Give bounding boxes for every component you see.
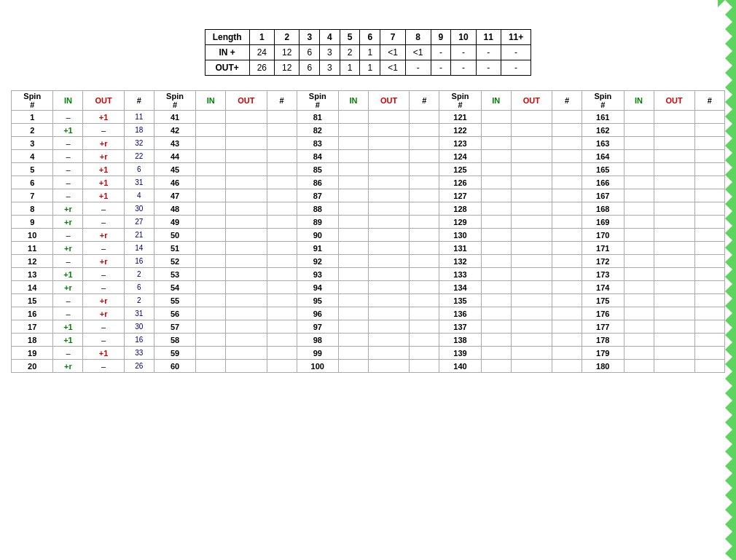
spin-cell (368, 150, 409, 163)
spin-cell (368, 216, 409, 229)
spin-cell: 137 (439, 320, 481, 334)
spin-cell (552, 242, 582, 255)
spin-cell (654, 202, 694, 216)
spin-cell: – (83, 320, 124, 334)
th-spin1: Spin# (12, 91, 53, 111)
spin-cell (694, 176, 724, 189)
spin-cell: 173 (582, 268, 624, 281)
spin-cell (226, 163, 267, 176)
spin-cell (624, 360, 654, 373)
spin-cell: +r (53, 242, 83, 255)
summary-cell: - (431, 60, 451, 76)
summary-cell: <1 (405, 45, 431, 60)
spin-cell (511, 124, 552, 137)
spin-cell (267, 163, 297, 176)
spin-cell (196, 242, 226, 255)
spin-cell (339, 150, 369, 163)
spin-cell (694, 124, 724, 137)
spin-cell (226, 124, 267, 137)
spin-cell (339, 294, 369, 307)
spin-cell: +1 (83, 163, 124, 176)
spin-cell (654, 163, 694, 176)
spin-cell: 99 (297, 347, 338, 360)
spin-table-wrapper: Spin# IN OUT # Spin# IN OUT # Spin# IN O… (11, 90, 725, 373)
spin-cell: – (83, 216, 124, 229)
spin-cell (267, 294, 297, 307)
spin-cell (267, 216, 297, 229)
spin-cell (267, 347, 297, 360)
spin-cell: – (83, 281, 124, 294)
spin-cell (654, 111, 694, 124)
spin-cell (339, 360, 369, 373)
spin-cell (511, 334, 552, 347)
spin-cell (196, 320, 226, 334)
th-hash5: # (694, 91, 724, 111)
spin-cell (226, 137, 267, 150)
spin-cell (654, 216, 694, 229)
spin-cell: 1 (12, 111, 53, 124)
spin-cell (196, 229, 226, 242)
spin-cell (196, 216, 226, 229)
spin-cell (267, 202, 297, 216)
spin-cell (368, 111, 409, 124)
spin-cell (694, 268, 724, 281)
spin-cell (339, 176, 369, 189)
spin-cell (226, 111, 267, 124)
spin-cell (368, 176, 409, 189)
spin-cell (410, 176, 439, 189)
spin-cell (410, 307, 439, 320)
spin-cell (368, 202, 409, 216)
spin-cell: 22 (124, 150, 154, 163)
spin-cell: 16 (12, 307, 53, 320)
table-row: 6–+1314686126166 (12, 176, 725, 189)
spin-cell (624, 347, 654, 360)
spin-cell: 2 (12, 124, 53, 137)
spin-cell (196, 294, 226, 307)
spin-cell (552, 137, 582, 150)
spin-cell: 56 (154, 307, 195, 320)
spin-cell (339, 216, 369, 229)
summary-cell: - (451, 60, 476, 76)
summary-cell: - (405, 60, 431, 76)
spin-cell: +1 (53, 124, 83, 137)
spin-cell (694, 294, 724, 307)
spin-cell: 13 (12, 268, 53, 281)
spin-cell: +1 (53, 320, 83, 334)
spin-cell (368, 189, 409, 202)
spin-cell: 85 (297, 163, 338, 176)
spin-cell (511, 150, 552, 163)
spin-cell (267, 111, 297, 124)
summary-cell: 12 (275, 60, 300, 76)
spin-cell (196, 255, 226, 268)
spin-cell (339, 320, 369, 334)
table-row: 20+r–2660100140180 (12, 360, 725, 373)
th-out2: OUT (226, 91, 267, 111)
spin-cell: 168 (582, 202, 624, 216)
spin-cell (481, 281, 511, 294)
table-row: 5–+164585125165 (12, 163, 725, 176)
spin-cell (552, 334, 582, 347)
table-row: 8+r–304888128168 (12, 202, 725, 216)
spin-cell: – (83, 202, 124, 216)
spin-cell (196, 189, 226, 202)
spin-cell (624, 242, 654, 255)
spin-cell (511, 111, 552, 124)
spin-cell (481, 216, 511, 229)
spin-cell: 51 (154, 242, 195, 255)
spin-cell (552, 202, 582, 216)
spin-cell (410, 360, 439, 373)
spin-cell: 140 (439, 360, 481, 373)
spin-cell (226, 202, 267, 216)
spin-cell (511, 255, 552, 268)
spin-cell: 81 (297, 111, 338, 124)
spin-cell (410, 268, 439, 281)
spin-cell: 164 (582, 150, 624, 163)
spin-cell (624, 216, 654, 229)
summary-cell: - (501, 45, 531, 60)
spin-cell: 41 (154, 111, 195, 124)
spin-cell (511, 320, 552, 334)
spin-cell (368, 360, 409, 373)
spin-cell: 5 (12, 163, 53, 176)
spin-cell (624, 150, 654, 163)
table-row: 4–+r224484124164 (12, 150, 725, 163)
